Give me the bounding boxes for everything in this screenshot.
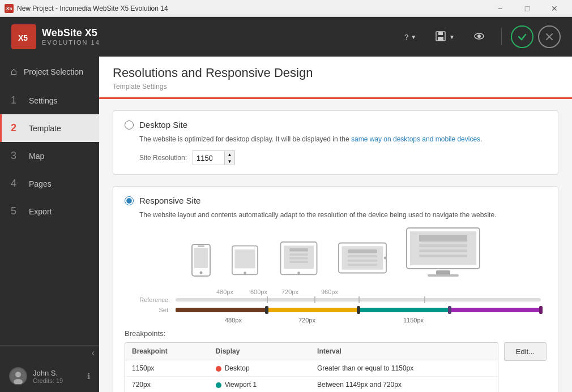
title-bar: X5 New Project - Incomedia WebSite X5 Ev…	[0, 0, 572, 17]
save-button[interactable]: ▼	[428, 25, 462, 49]
ref-marker-720	[358, 296, 360, 303]
sidebar-item-template[interactable]: 2 Template	[0, 114, 99, 142]
sidebar-item-project-selection[interactable]: ⌂ Project Selection	[0, 57, 99, 87]
col-breakpoint: Breakpoint	[125, 343, 209, 360]
logo-text: WebSite X5 EVOLUTION 14	[42, 27, 100, 47]
toolbar: X5 WebSite X5 EVOLUTION 14 ? ▼ ▼	[0, 17, 572, 57]
step-5-num: 5	[11, 205, 22, 217]
step-4-label: Pages	[29, 179, 52, 188]
responsive-option-title: Responsive Site	[139, 196, 200, 205]
edit-button[interactable]: Edit...	[504, 342, 547, 361]
site-resolution-row: Site Resolution: ▲ ▼	[139, 150, 547, 165]
col-display: Display	[209, 343, 310, 360]
svg-point-18	[244, 272, 246, 275]
display-1150: Desktop	[209, 360, 310, 377]
responsive-radio[interactable]	[125, 196, 134, 205]
col-interval: Interval	[310, 343, 498, 360]
px-960-label: 960px	[321, 288, 338, 295]
display-label-desktop: Desktop	[225, 364, 250, 372]
set-slider-row: Set:	[130, 307, 541, 313]
collapse-button[interactable]: ‹	[92, 348, 95, 358]
px-480-label: 480px	[216, 288, 233, 295]
display-720: Viewport 1	[209, 377, 310, 392]
step-2-label: Template	[29, 124, 61, 133]
svg-rect-30	[348, 260, 377, 262]
desktop-option-block: Desktop Site The website is optimized fo…	[113, 110, 558, 175]
small-tablet-icon	[229, 243, 261, 277]
set-handle-1[interactable]	[265, 306, 268, 314]
sidebar-item-export[interactable]: 5 Export	[0, 197, 99, 225]
preview-button[interactable]	[466, 25, 492, 49]
svg-rect-37	[419, 249, 467, 252]
svg-rect-3	[438, 32, 443, 35]
user-area: John S. Credits: 19 ℹ	[0, 360, 99, 392]
px-720-label: 720px	[281, 288, 298, 295]
table-row: 720px Viewport 1 Between 1149px and 720p…	[125, 377, 498, 392]
dot-vp1	[216, 382, 221, 388]
help-button[interactable]: ? ▼	[398, 28, 423, 46]
sidebar-item-map[interactable]: 3 Map	[0, 142, 99, 170]
project-selection-label: Project Selection	[24, 67, 83, 76]
window-controls: − □ ✕	[487, 0, 567, 17]
svg-point-14	[200, 272, 203, 274]
confirm-button[interactable]	[511, 25, 533, 48]
bp-value-720: 720px	[125, 377, 209, 392]
main-area: ⌂ Project Selection 1 Settings 2 Templat…	[0, 57, 572, 392]
svg-rect-31	[348, 264, 377, 266]
sidebar-bottom: ‹ John S. Credits: 19 ℹ	[0, 345, 99, 392]
home-icon: ⌂	[11, 66, 17, 77]
spin-down-button[interactable]: ▼	[224, 158, 234, 165]
sidebar-collapse: ‹	[0, 346, 99, 360]
desktop-option-desc: The website is optimized for desktop dis…	[139, 134, 547, 145]
minimize-button[interactable]: −	[487, 0, 513, 17]
svg-rect-38	[419, 255, 467, 257]
spin-up-button[interactable]: ▲	[224, 151, 234, 158]
sidebar-item-settings[interactable]: 1 Settings	[0, 87, 99, 114]
help-chevron: ▼	[411, 34, 416, 40]
eye-icon	[473, 30, 485, 44]
svg-rect-39	[436, 270, 450, 275]
resolution-input[interactable]	[193, 151, 224, 165]
svg-point-32	[384, 257, 387, 260]
px-600-label: 600px	[250, 288, 267, 295]
resolution-spinner: ▲ ▼	[193, 150, 235, 165]
svg-rect-4	[438, 37, 443, 41]
content-body: Desktop Site The website is optimized fo…	[99, 99, 572, 392]
desktop-option-title: Desktop Site	[139, 120, 187, 130]
highlight-text: same way on desktops and mobile devices	[351, 135, 480, 143]
content-header: Resolutions and Responsive Design Templa…	[99, 57, 572, 99]
sidebar-item-pages[interactable]: 4 Pages	[0, 170, 99, 197]
toolbar-actions: ? ▼ ▼	[398, 25, 561, 49]
responsive-option-desc: The website layout and contents automati…	[139, 210, 547, 221]
maximize-button[interactable]: □	[514, 0, 540, 17]
responsive-option-header: Responsive Site	[125, 196, 547, 205]
step-3-label: Map	[29, 152, 44, 161]
svg-rect-28	[348, 249, 377, 253]
reference-track	[176, 298, 541, 301]
info-button[interactable]: ℹ	[87, 372, 90, 381]
svg-text:X5: X5	[18, 33, 28, 42]
save-icon	[434, 30, 447, 44]
page-subtitle: Template Settings	[113, 83, 558, 97]
app-container: X5 WebSite X5 EVOLUTION 14 ? ▼ ▼	[0, 17, 572, 392]
devices-area	[125, 226, 547, 277]
set-track	[176, 308, 541, 312]
desktop-radio[interactable]	[125, 120, 134, 130]
step-4-num: 4	[11, 178, 22, 189]
set-handle-4[interactable]	[539, 306, 543, 314]
cancel-button[interactable]	[538, 25, 561, 48]
toolbar-separator	[501, 28, 502, 45]
svg-rect-13	[194, 248, 208, 268]
user-name: John S.	[33, 369, 82, 377]
set-handle-3[interactable]	[448, 306, 451, 314]
ref-marker-600	[314, 296, 315, 303]
svg-point-25	[297, 272, 300, 275]
close-button[interactable]: ✕	[541, 0, 567, 17]
landscape-tablet-icon	[337, 239, 388, 277]
set-handle-2[interactable]	[357, 306, 360, 314]
step-1-num: 1	[11, 94, 22, 106]
px-labels-row: 480px 600px 720px 960px	[177, 288, 541, 295]
sidebar: ⌂ Project Selection 1 Settings 2 Templat…	[0, 57, 99, 392]
save-chevron: ▼	[449, 34, 455, 40]
svg-rect-22	[289, 254, 308, 256]
